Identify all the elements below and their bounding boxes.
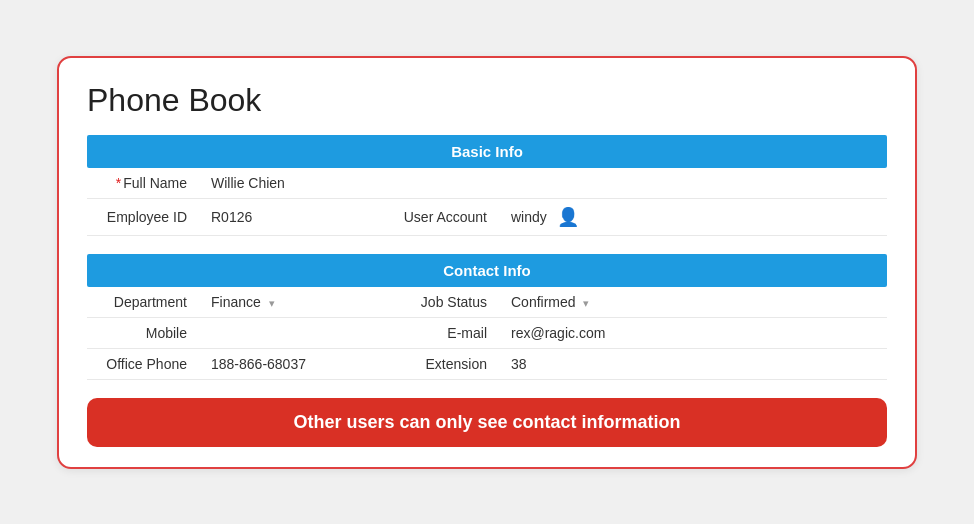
office-phone-label: Office Phone [87,348,197,379]
basic-info-header: Basic Info [87,135,887,168]
employee-id-row: Employee ID R0126 User Account windy 👤 [87,198,887,235]
mobile-value [197,317,357,348]
phone-book-card: Phone Book Basic Info *Full Name Willie … [57,56,917,469]
user-account-label: User Account [377,198,497,235]
department-row: Department Finance ▾ Job Status Confirme… [87,287,887,318]
full-name-row: *Full Name Willie Chien [87,168,887,199]
employee-id-value: R0126 [197,198,357,235]
full-name-value: Willie Chien [197,168,887,199]
mobile-label: Mobile [87,317,197,348]
contact-info-table: Contact Info Department Finance ▾ Job St… [87,254,887,380]
mobile-row: Mobile E-mail rex@ragic.com [87,317,887,348]
full-name-label: *Full Name [87,168,197,199]
department-dropdown-icon[interactable]: ▾ [269,297,275,309]
extension-value: 38 [497,348,887,379]
user-account-text: windy [511,209,547,225]
user-icon: 👤 [557,206,579,228]
office-phone-value: 188-866-68037 [197,348,357,379]
job-status-value: Confirmed ▾ [497,287,887,318]
job-status-dropdown-icon[interactable]: ▾ [583,297,589,309]
contact-info-header: Contact Info [87,254,887,287]
page-title: Phone Book [87,82,887,119]
extension-label: Extension [377,348,497,379]
department-label: Department [87,287,197,318]
department-value: Finance ▾ [197,287,357,318]
basic-info-header-row: Basic Info [87,135,887,168]
basic-info-table: Basic Info *Full Name Willie Chien Emplo… [87,135,887,236]
user-account-value: windy 👤 [497,198,887,235]
required-star: * [116,175,121,191]
contact-info-header-row: Contact Info [87,254,887,287]
notice-bar: Other users can only see contact informa… [87,398,887,447]
employee-id-label: Employee ID [87,198,197,235]
office-phone-row: Office Phone 188-866-68037 Extension 38 [87,348,887,379]
email-label: E-mail [377,317,497,348]
email-value: rex@ragic.com [497,317,887,348]
job-status-label: Job Status [377,287,497,318]
